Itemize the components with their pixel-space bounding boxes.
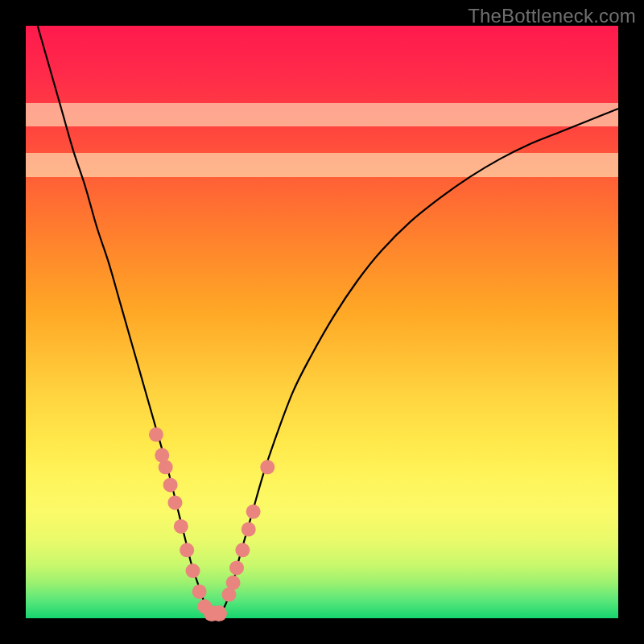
data-marker bbox=[180, 543, 194, 557]
plot-area bbox=[26, 26, 618, 618]
data-marker bbox=[235, 543, 250, 557]
data-marker bbox=[167, 495, 182, 510]
bottleneck-curve bbox=[38, 26, 618, 616]
data-marker bbox=[192, 584, 207, 599]
data-marker bbox=[211, 605, 227, 621]
chart-frame: TheBottleneck.com bbox=[0, 0, 644, 644]
watermark-text: TheBottleneck.com bbox=[468, 5, 636, 27]
data-marker bbox=[149, 427, 163, 442]
data-marker bbox=[186, 564, 200, 578]
data-marker bbox=[260, 460, 275, 474]
plot-svg bbox=[26, 26, 618, 618]
data-marker bbox=[229, 560, 244, 575]
data-marker bbox=[242, 522, 256, 537]
marker-group bbox=[149, 427, 275, 621]
data-marker bbox=[163, 477, 178, 492]
data-marker bbox=[226, 576, 241, 590]
data-marker bbox=[246, 505, 261, 519]
data-marker bbox=[159, 460, 173, 474]
data-marker bbox=[174, 519, 188, 534]
